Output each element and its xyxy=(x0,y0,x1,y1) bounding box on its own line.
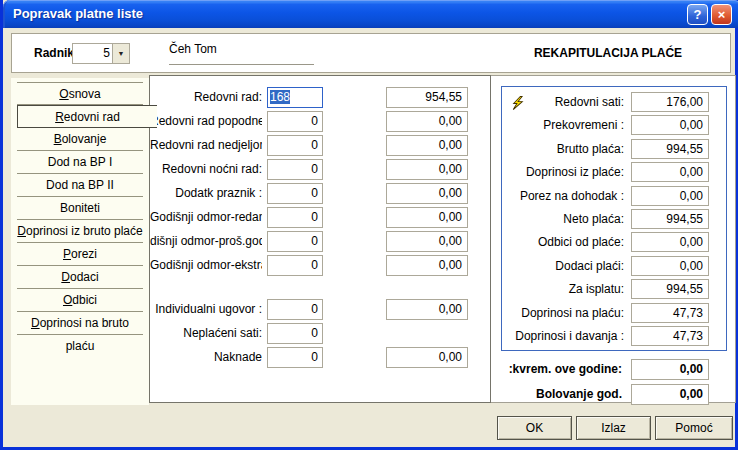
hours-value: 168 xyxy=(270,90,290,104)
title-bar: Popravak platne liste ? × xyxy=(3,0,738,28)
ok-button[interactable]: OK xyxy=(497,416,572,440)
sidebar-item-label: Dodaci xyxy=(61,270,98,284)
recap-title: REKAPITULACIJA PLAĆE xyxy=(500,34,716,72)
amount-display: 954,55 xyxy=(386,87,468,108)
recap-row: Brutto plaća: 994,55 xyxy=(502,139,726,159)
form-row-label: Dodatk praznik : xyxy=(150,186,262,200)
recap-panel: Redovni sati: 176,00 Prekovremeni : 0,00… xyxy=(490,75,736,403)
form-row-label: dišnji odmor-proš.god.: xyxy=(150,234,262,248)
sidebar-item-label: Bolovanje xyxy=(54,132,107,146)
hours-input[interactable]: 168 xyxy=(267,87,323,108)
worker-id-dropdown[interactable]: 5 ▼ xyxy=(72,43,130,64)
hours-input[interactable]: 0 xyxy=(267,159,323,180)
category-sidebar: Osnova Redovni rad Bolovanje Dod na BP I… xyxy=(11,78,149,405)
recap-row-value: 0,00 xyxy=(631,232,709,252)
sidebar-item[interactable]: Odbici xyxy=(17,289,143,312)
hours-input[interactable]: 0 xyxy=(267,231,323,252)
sidebar-item-label: Doprinosi iz bruto plaće xyxy=(17,224,142,238)
sidebar-item-label: Osnova xyxy=(59,87,100,101)
hours-form-panel: Redovni rad: 168 954,55 Redovni rad popo… xyxy=(149,75,491,403)
recap-row-label: Porez na dohodak : xyxy=(502,189,624,203)
amount-display: 0,00 xyxy=(386,183,468,204)
recap-row-value: 0,00 xyxy=(631,256,709,276)
exit-button[interactable]: Izlaz xyxy=(576,416,651,440)
recap-row-label: Prekovremeni : xyxy=(502,118,624,132)
hours-input[interactable]: 0 xyxy=(267,183,323,204)
form-row: Redovni rad popodne: 0 0,00 xyxy=(150,111,490,132)
hours-value: 0 xyxy=(311,350,318,364)
sidebar-item[interactable]: Doprinosi iz bruto plaće xyxy=(17,220,143,243)
form-row: Neplaćeni sati: 0 xyxy=(150,323,490,344)
overtime-year-row: :kvrem. ove godine: 0,00 xyxy=(491,359,735,380)
hours-value: 0 xyxy=(311,114,318,128)
client-area: Radnik : 5 ▼ Čeh Tom REKAPITULACIJA PLAĆ… xyxy=(6,28,738,447)
worker-header-strip: Radnik : 5 ▼ Čeh Tom REKAPITULACIJA PLAĆ… xyxy=(11,33,731,73)
help-action-button[interactable]: Pomoć xyxy=(655,416,733,440)
hours-input[interactable]: 0 xyxy=(267,111,323,132)
sidebar-item[interactable]: Dod na BP I xyxy=(17,151,143,174)
recap-row-value: 0,00 xyxy=(631,115,709,135)
help-button[interactable]: ? xyxy=(687,4,708,25)
recap-row-label: Doprinosi iz plaće: xyxy=(502,165,624,179)
sidebar-item-label: Dod na BP I xyxy=(48,155,113,169)
recap-row-value: 0,00 xyxy=(631,186,709,206)
form-row: Godišnji odmor-ekstra 0 0,00 xyxy=(150,255,490,276)
form-row: dišnji odmor-proš.god.: 0 0,00 xyxy=(150,231,490,252)
recap-row-label: Odbici od plaće: xyxy=(502,235,624,249)
sickleave-year-row: Bolovanje god. 0,00 xyxy=(491,384,735,405)
sidebar-item[interactable]: Porezi xyxy=(17,243,143,266)
sidebar-item[interactable]: Boniteti xyxy=(17,197,143,220)
overtime-year-label: :kvrem. ove godine: xyxy=(491,362,622,376)
chevron-down-icon[interactable]: ▼ xyxy=(112,44,129,63)
window-title: Popravak platne liste xyxy=(13,0,143,27)
close-button[interactable]: × xyxy=(711,4,732,25)
sidebar-item[interactable]: Osnova xyxy=(17,82,143,105)
recap-row-value: 47,73 xyxy=(631,303,709,323)
worker-name-field[interactable]: Čeh Tom xyxy=(169,42,314,65)
hours-input[interactable]: 0 xyxy=(267,347,323,368)
hours-input[interactable]: 0 xyxy=(267,255,323,276)
recap-row: Dodaci plaći: 0,00 xyxy=(502,256,726,276)
sidebar-item[interactable]: Dodaci xyxy=(17,266,143,289)
form-row: Naknade 0 0,00 xyxy=(150,347,490,368)
recap-row-label: Redovni sati: xyxy=(502,95,624,109)
amount-display: 0,00 xyxy=(386,111,468,132)
sidebar-item[interactable]: Dod na BP II xyxy=(17,174,143,197)
recap-row-value: 176,00 xyxy=(631,92,709,112)
sidebar-item[interactable]: Doprinosi na bruto plaću xyxy=(17,312,143,335)
hours-form-rows: Redovni rad: 168 954,55 Redovni rad popo… xyxy=(150,87,490,371)
hours-value: 0 xyxy=(311,186,318,200)
hours-input[interactable]: 0 xyxy=(267,207,323,228)
recap-row: Porez na dohodak : 0,00 xyxy=(502,186,726,206)
form-row-label: Neplaćeni sati: xyxy=(150,326,262,340)
form-row-label: Redovni noćni rad: xyxy=(150,162,262,176)
sidebar-item[interactable]: Redovni rad xyxy=(17,105,157,128)
hours-value: 0 xyxy=(311,162,318,176)
sidebar-list: Osnova Redovni rad Bolovanje Dod na BP I… xyxy=(11,82,149,335)
hours-input[interactable]: 0 xyxy=(267,299,323,320)
form-row: Individualni ugovor : 0 0,00 xyxy=(150,299,490,320)
recap-row-label: Za isplatu: xyxy=(502,282,624,296)
hours-input[interactable]: 0 xyxy=(267,323,323,344)
recap-row-label: Neto plaća: xyxy=(502,212,624,226)
hours-input[interactable]: 0 xyxy=(267,135,323,156)
recap-row-value: 994,55 xyxy=(631,279,709,299)
recap-row-label: Doprinosi na plaću: xyxy=(502,306,624,320)
recap-row: Doprinosi i davanja : 47,73 xyxy=(502,326,726,346)
recap-row: Za isplatu: 994,55 xyxy=(502,279,726,299)
form-row-label: Redovni rad nedjeljom: xyxy=(150,138,262,152)
sidebar-item[interactable]: Bolovanje xyxy=(17,128,143,151)
form-row-label: Redovni rad popodne: xyxy=(150,114,262,128)
amount-display: 0,00 xyxy=(386,347,468,368)
worker-id-value: 5 xyxy=(103,46,110,60)
form-row: Godišnji odmor-redan: 0 0,00 xyxy=(150,207,490,228)
amount-display: 0,00 xyxy=(386,255,468,276)
hours-value: 0 xyxy=(311,138,318,152)
hours-value: 0 xyxy=(311,302,318,316)
recap-row: Redovni sati: 176,00 xyxy=(502,92,726,112)
amount-display: 0,00 xyxy=(386,299,468,320)
form-row-label: Individualni ugovor : xyxy=(150,302,262,316)
form-row-label: Redovni rad: xyxy=(150,90,262,104)
recap-row-value: 0,00 xyxy=(631,162,709,182)
hours-value: 0 xyxy=(311,234,318,248)
